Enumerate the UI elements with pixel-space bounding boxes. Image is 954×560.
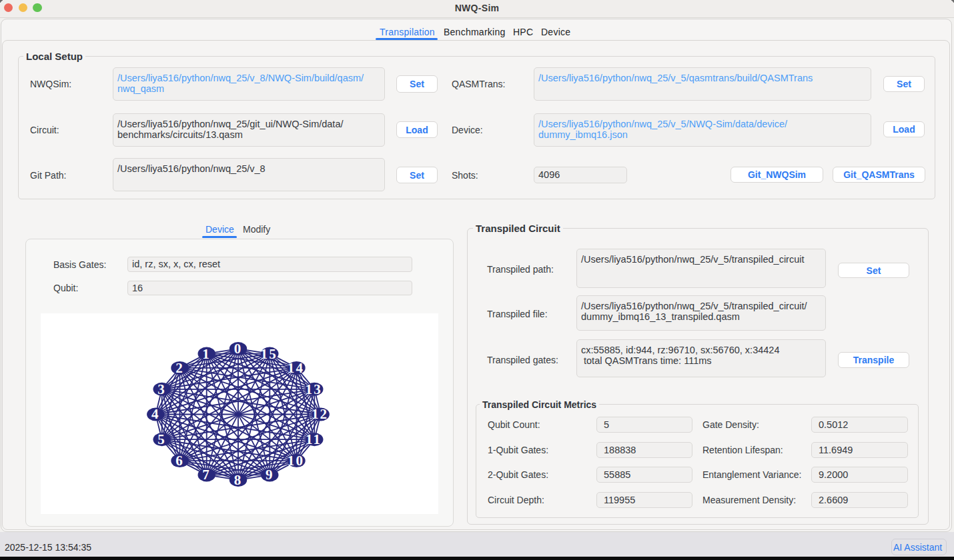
svg-text:9: 9 <box>266 467 274 483</box>
svg-text:14: 14 <box>288 360 304 376</box>
svg-text:4: 4 <box>151 406 160 422</box>
svg-text:11: 11 <box>306 431 322 447</box>
svg-text:15: 15 <box>260 346 277 362</box>
svg-text:13: 13 <box>305 381 322 397</box>
svg-text:7: 7 <box>202 467 211 483</box>
svg-text:2: 2 <box>175 360 184 376</box>
svg-text:6: 6 <box>175 453 184 469</box>
svg-text:8: 8 <box>234 472 243 488</box>
svg-text:5: 5 <box>157 431 166 447</box>
svg-text:1: 1 <box>202 346 211 362</box>
svg-text:0: 0 <box>234 341 243 357</box>
svg-text:3: 3 <box>157 381 166 397</box>
svg-text:12: 12 <box>312 406 328 422</box>
svg-text:10: 10 <box>288 453 304 469</box>
